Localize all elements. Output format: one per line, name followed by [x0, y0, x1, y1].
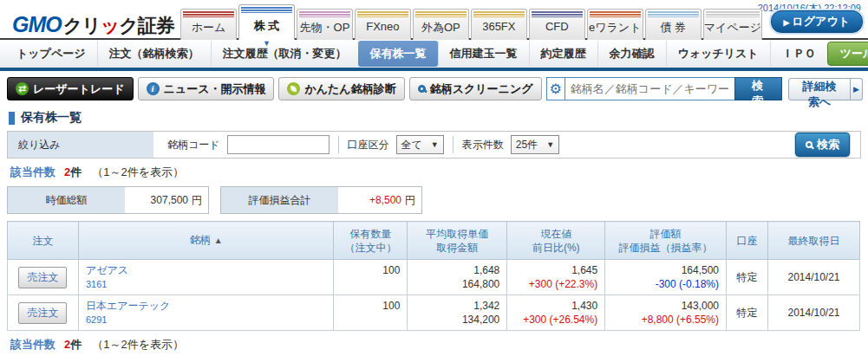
info-icon: i [147, 82, 160, 95]
subnav-margin-positions[interactable]: 信用建玉一覧 [438, 41, 529, 67]
tab-home[interactable]: ホーム [180, 9, 237, 40]
selected-tab-caret-icon: ▼ [263, 40, 271, 48]
sell-order-button[interactable]: 売注文 [18, 302, 67, 324]
col-stock[interactable]: 銘柄▲ [78, 222, 334, 260]
tab-stripe [241, 7, 292, 13]
tab-fxneo[interactable]: FXneo [355, 9, 411, 40]
profit-loss: -300 (-0.18%) [612, 277, 719, 291]
symbol-search-group: ⚙ 検 索 詳細検索へ ▶ [546, 77, 863, 100]
avg-price: 1,648 [414, 263, 499, 277]
subnav-top-page[interactable]: トップページ [5, 41, 97, 67]
stock-name-link[interactable]: アゼアス [86, 263, 327, 277]
stock-code-input[interactable] [227, 135, 330, 154]
summary-row: 時価総額 307,500円 評価損益合計 +8,500円 [7, 186, 861, 214]
account-type-select[interactable]: 全て▼ [396, 135, 444, 154]
laser-trade-label: レーザートレード [33, 81, 125, 97]
leaf-icon [290, 86, 297, 92]
acquisition-amount: 164,800 [414, 277, 499, 291]
stock-name-link[interactable]: 日本エアーテック [86, 299, 327, 313]
diagnosis-button[interactable]: かんたん銘柄診断 [278, 77, 404, 100]
holding-row: 売注文 日本エアーテック6291 100 1,342134,200 1,430+… [8, 295, 860, 331]
news-button[interactable]: iニュース・開示情報 [138, 77, 275, 100]
subnav-buying-power[interactable]: 余力確認 [597, 41, 666, 67]
col-order: 注文 [8, 222, 79, 260]
quantity-cell: 100 [334, 260, 408, 295]
advanced-search-group: 詳細検索へ ▶ [788, 78, 863, 100]
current-price: 1,430 [514, 299, 597, 313]
tab-label: 365FX [482, 20, 515, 33]
tool-button[interactable]: ツール [827, 42, 868, 66]
screening-button[interactable]: 銘柄スクリーニング [409, 77, 542, 100]
tab-label: 債 券 [660, 21, 686, 34]
sort-ascending-icon: ▲ [214, 236, 223, 245]
tab-stripe [473, 11, 525, 17]
advanced-search-button[interactable]: 詳細検索へ [788, 78, 851, 100]
logo-accent: ッ [101, 15, 120, 36]
tab-bonds[interactable]: 債 券 [645, 9, 702, 40]
tab-label: FXneo [366, 20, 399, 33]
total-pl-value: +8,500円 [338, 187, 421, 213]
symbol-search-button[interactable]: 検 索 [734, 77, 782, 100]
table-header-row: 注文 銘柄▲ 保有数量（注文中） 平均取得単価取得金額 現在値前日比(%) 評価… [8, 222, 860, 260]
display-count-select[interactable]: 25件▼ [511, 135, 559, 154]
title-marker [9, 112, 15, 125]
tab-gaitame-op[interactable]: 外為OP [413, 9, 469, 40]
market-value-box: 時価総額 307,500円 [7, 186, 209, 214]
tab-stripe [357, 11, 408, 17]
subnav-watchlist[interactable]: ウォッチリスト [666, 41, 770, 67]
col-quantity: 保有数量（注文中） [334, 222, 408, 260]
avg-price-cell: 1,342134,200 [408, 295, 507, 331]
subnav-ipo[interactable]: ＩＰＯ [770, 41, 827, 67]
tab-stripe [532, 11, 583, 17]
logo-text-2: ク証券 [119, 15, 174, 36]
tab-stripe [648, 11, 699, 17]
col-valuation: 評価額評価損益（損益率） [605, 222, 727, 260]
quantity-cell: 100 [334, 295, 408, 331]
filter-search-button[interactable]: 検索 [795, 133, 850, 157]
sell-order-button[interactable]: 売注文 [18, 267, 67, 288]
total-pl-label: 評価損益合計 [221, 187, 338, 213]
current-price: 1,645 [514, 263, 597, 277]
logout-arrow-icon: ▶ [784, 18, 790, 27]
stock-code: 3161 [86, 277, 327, 291]
result-count-unit: 件 [70, 338, 82, 351]
laser-trade-button[interactable]: ⇄レーザートレード [7, 77, 134, 100]
tab-365fx[interactable]: 365FX [471, 9, 527, 40]
holding-row: 売注文 アゼアス3161 100 1,648164,800 1,645+300 … [8, 260, 860, 295]
main-tab-bar: ホーム 株 式▼ 先物・OP FXneo 外為OP 365FX CFD eワラン… [180, 4, 764, 40]
total-pl-amount: +8,500 [369, 194, 401, 206]
stock-code: 6291 [86, 313, 327, 327]
quick-toolbar: ⇄レーザートレード iニュース・開示情報 かんたん銘柄診断 銘柄スクリーニング … [0, 71, 868, 106]
result-count-label: 該当件数 [10, 338, 55, 351]
filter-bar: 絞り込み 銘柄コード 口座区分 全て▼ 表示件数 25件▼ 検索 [7, 131, 861, 159]
logout-button[interactable]: ▶ログアウト [771, 10, 863, 33]
symbol-search-input[interactable] [565, 77, 734, 100]
subnav-order-history[interactable]: 注文履歴（取消・変更） [211, 41, 358, 67]
display-count-label: 表示件数 [462, 138, 504, 152]
logo-gmo: GMO [12, 12, 62, 36]
tab-futures-op[interactable]: 先物・OP [297, 9, 353, 40]
stock-subnav: トップページ 注文（銘柄検索） 注文履歴（取消・変更） 保有株一覧 信用建玉一覧… [0, 40, 868, 71]
result-count-range: （1～2件を表示） [92, 165, 184, 178]
tab-stripe [415, 11, 467, 17]
advanced-search-arrow-icon[interactable]: ▶ [851, 78, 863, 100]
order-cell: 売注文 [8, 260, 79, 295]
subnav-execution-history[interactable]: 約定履歴 [529, 41, 597, 67]
tab-stocks[interactable]: 株 式▼ [238, 4, 295, 40]
valuation-cell: 143,000+8,800 (+6.55%) [605, 295, 727, 331]
tab-cfd[interactable]: CFD [529, 9, 585, 40]
holdings-table: 注文 銘柄▲ 保有数量（注文中） 平均取得単価取得金額 現在値前日比(%) 評価… [7, 221, 860, 331]
subnav-order[interactable]: 注文（銘柄検索） [97, 41, 211, 67]
tab-label: 先物・OP [300, 21, 350, 34]
profit-loss: +8,800 (+6.55%) [612, 313, 719, 327]
col-account: 口座 [727, 222, 768, 260]
currency-unit: 円 [405, 193, 415, 208]
stock-cell: 日本エアーテック6291 [78, 295, 334, 331]
tab-mypage[interactable]: マイページ [703, 9, 762, 40]
avg-price: 1,342 [414, 299, 499, 313]
tab-ewarrant[interactable]: eワラント [587, 9, 643, 40]
search-settings-button[interactable]: ⚙ [546, 77, 565, 100]
subnav-holdings[interactable]: 保有株一覧 [358, 41, 438, 67]
top-header: 2014/10/16(木) 22:12:09 GMOクリック証券 ホーム 株 式… [0, 0, 868, 40]
brand-logo[interactable]: GMOクリック証券 [12, 12, 174, 39]
